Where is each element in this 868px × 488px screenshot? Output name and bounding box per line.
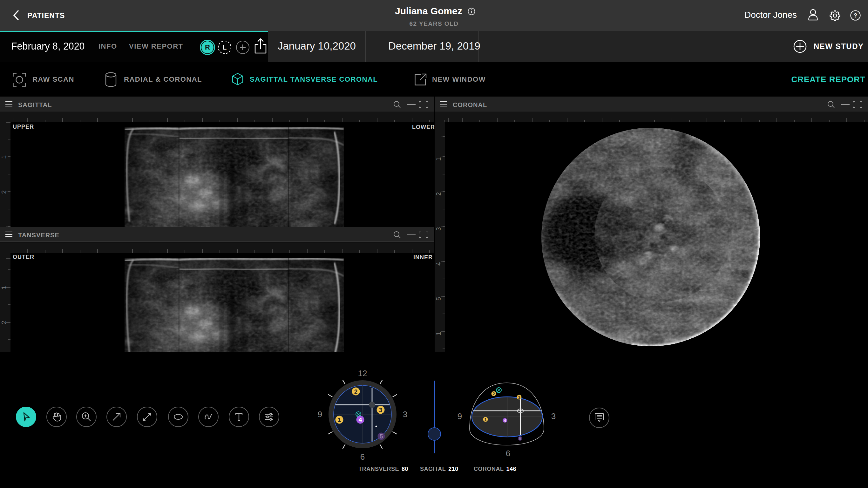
svg-text:2: 2 [354,388,358,395]
svg-text:3: 3 [551,411,556,421]
svg-text:3: 3 [403,409,407,419]
svg-text:9: 9 [318,409,322,419]
svg-text:6: 6 [506,449,510,458]
svg-text:1: 1 [338,417,341,423]
svg-text:1: 1 [485,418,487,422]
svg-text:5: 5 [519,436,521,441]
svg-text:?: ? [854,12,857,19]
svg-text:5: 5 [380,433,383,440]
svg-text:3: 3 [379,407,382,413]
svg-text:4: 4 [504,419,506,423]
svg-text:6: 6 [360,452,365,462]
svg-text:4: 4 [359,417,362,423]
svg-text:3: 3 [518,395,520,400]
svg-text:12: 12 [358,369,367,378]
svg-text:2: 2 [493,392,495,396]
svg-text:9: 9 [458,411,462,421]
